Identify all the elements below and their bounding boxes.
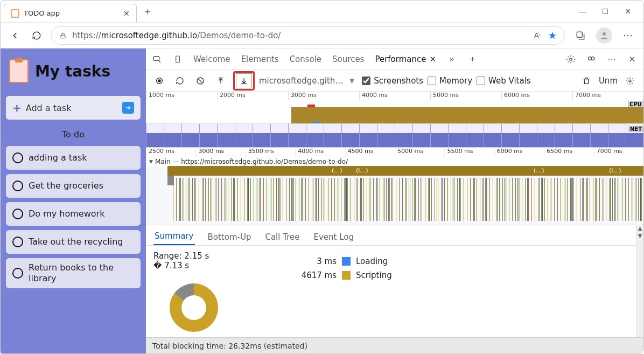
browser-titlebar: TODO app ✕ ＋ — ☐ ✕ (1, 1, 643, 22)
task-radio[interactable] (12, 237, 23, 247)
submit-task-button[interactable]: ➜ (122, 102, 134, 114)
legend-swatch (342, 271, 351, 280)
subtab-summary[interactable]: Summary (153, 228, 195, 245)
read-aloud-icon[interactable]: A⁾ (534, 31, 541, 39)
devtools-tab-console[interactable]: Console (289, 52, 323, 66)
delete-profile-button[interactable] (578, 73, 594, 89)
detail-time-ruler[interactable]: 2500 ms 3000 ms 3500 ms 4000 ms 4500 ms … (146, 148, 643, 157)
collections-button[interactable] (572, 27, 589, 44)
minimize-button[interactable]: — (578, 7, 587, 16)
main-thread-label[interactable]: ▼Main — https://microsoftedge.github.io/… (146, 157, 643, 166)
app-clipboard-icon (9, 59, 29, 83)
add-panel-icon[interactable]: ＋ (466, 53, 478, 65)
plus-icon: + (12, 101, 22, 114)
devtools-tabs-row: Welcome Elements Console Sources Perform… (146, 48, 643, 70)
profile-dropdown-icon[interactable]: ▼ (349, 77, 354, 85)
url-text: https://microsoftedge.github.io/Demos/de… (72, 31, 281, 40)
task-radio[interactable] (12, 152, 23, 163)
maximize-button[interactable]: ☐ (600, 7, 610, 16)
flame-chart[interactable]: (…) (i…) (…) (i…) (146, 166, 643, 225)
record-button[interactable] (151, 73, 167, 89)
tab-title: TODO app (24, 9, 60, 17)
task-radio[interactable] (12, 181, 23, 191)
more-tabs-chevron-icon[interactable]: » (446, 53, 458, 65)
profile-source-label: microsoftedge.github.i… (259, 76, 345, 86)
task-item[interactable]: Take out the recycling (6, 230, 141, 254)
task-item[interactable]: Return books to the library (6, 258, 141, 288)
legend-row: 4617 ms Scripting (299, 270, 392, 280)
legend-row: 3 ms Loading (299, 256, 392, 266)
webvitals-checkbox[interactable]: Web Vitals (477, 76, 531, 86)
memory-checkbox[interactable]: Memory (428, 76, 472, 86)
svg-rect-1 (577, 32, 582, 37)
task-item[interactable]: Do my homework (6, 202, 141, 226)
svg-rect-3 (153, 56, 159, 60)
close-devtools-icon[interactable]: ✕ (626, 53, 638, 65)
download-profile-button[interactable] (233, 71, 255, 91)
app-title: My tasks (35, 63, 110, 80)
vertical-scrollbar[interactable]: ▲ ▼ (636, 225, 643, 337)
clear-button[interactable] (192, 73, 208, 89)
close-window-button[interactable]: ✕ (623, 7, 633, 16)
cpu-track-label: CPU (628, 101, 643, 107)
subtab-event-log[interactable]: Event Log (312, 229, 355, 245)
lock-icon (59, 32, 67, 39)
svg-point-5 (570, 58, 572, 60)
device-toggle-icon[interactable] (172, 53, 184, 65)
subtab-bottom-up[interactable]: Bottom-Up (207, 229, 253, 245)
task-item[interactable]: Get the groceries (6, 174, 141, 198)
refresh-button[interactable] (30, 29, 44, 43)
devtools-tab-welcome[interactable]: Welcome (192, 52, 232, 66)
capture-settings-gear-icon[interactable] (622, 73, 638, 89)
performance-toolbar: microsoftedge.github.i… ▼ Screenshots Me… (146, 70, 643, 92)
legend-swatch (342, 257, 351, 266)
browser-tab[interactable]: TODO app ✕ (4, 4, 137, 22)
address-bar: https://microsoftedge.github.io/Demos/de… (1, 22, 643, 48)
reload-record-button[interactable] (172, 73, 188, 89)
url-box[interactable]: https://microsoftedge.github.io/Demos/de… (51, 26, 565, 45)
task-item[interactable]: adding a task (6, 146, 141, 170)
tab-favicon (11, 9, 19, 18)
svg-point-2 (603, 32, 606, 36)
back-button[interactable] (8, 29, 22, 43)
devtools-pane: Welcome Elements Console Sources Perform… (146, 48, 643, 353)
settings-gear-icon[interactable] (565, 53, 577, 65)
svg-point-11 (629, 80, 631, 82)
svg-point-9 (158, 79, 160, 82)
favorite-star-icon[interactable]: ★ (548, 30, 557, 41)
more-options-icon[interactable]: ⋯ (606, 53, 618, 65)
add-task-placeholder: Add a task (26, 103, 72, 113)
devtools-tab-elements[interactable]: Elements (240, 52, 280, 66)
add-task-input[interactable]: + Add a task ➜ (6, 96, 141, 120)
task-radio[interactable] (12, 209, 23, 219)
summary-panel: Range: 2.15 s � 7.13 s 3 ms Loading 4617… (146, 246, 636, 337)
devtools-tab-sources[interactable]: Sources (331, 52, 365, 66)
summary-donut-chart (170, 283, 218, 332)
list-section-label: To do (6, 124, 141, 142)
screenshot-filmstrip[interactable] (146, 124, 643, 148)
details-tabs: Summary Bottom-Up Call Tree Event Log (146, 225, 636, 246)
timeline-overview[interactable]: 1000 ms 2000 ms 3000 ms 4000 ms 5000 ms … (146, 92, 643, 124)
window-controls: — ☐ ✕ (578, 7, 640, 16)
more-menu-button[interactable]: ⋯ (620, 27, 636, 44)
truncated-label: Unm (599, 76, 618, 86)
upload-profile-button[interactable] (213, 73, 229, 89)
new-tab-button[interactable]: ＋ (139, 3, 156, 20)
net-track-label: NET (628, 126, 643, 132)
svg-rect-0 (61, 35, 65, 38)
screenshots-checkbox[interactable]: Screenshots (362, 76, 423, 86)
inspect-element-icon[interactable] (151, 53, 163, 65)
status-bar: Total blocking time: 26.32ms (estimated) (146, 337, 643, 353)
subtab-call-tree[interactable]: Call Tree (264, 229, 300, 245)
svg-rect-4 (176, 56, 180, 63)
range-text: Range: 2.15 s � 7.13 s (153, 251, 218, 270)
tab-close-icon[interactable]: ✕ (123, 9, 130, 18)
devtools-tab-performance[interactable]: Performance✕ (374, 52, 437, 66)
todo-app-pane: My tasks + Add a task ➜ To do adding a t… (1, 48, 146, 353)
profile-avatar[interactable] (596, 27, 612, 44)
close-tab-icon[interactable]: ✕ (430, 54, 437, 64)
task-radio[interactable] (12, 268, 23, 279)
feedback-icon[interactable] (585, 53, 597, 65)
